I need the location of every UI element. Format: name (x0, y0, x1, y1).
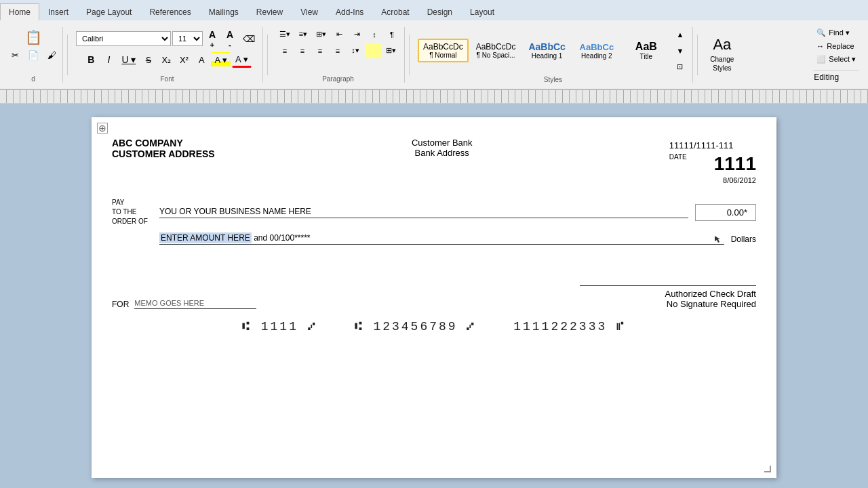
style-no-spacing-button[interactable]: AaBbCcDc ¶ No Spaci... (471, 39, 521, 62)
font-grow-button[interactable]: A+ (204, 27, 220, 51)
select-label: Select ▾ (829, 55, 856, 64)
show-formatting-button[interactable]: ¶ (384, 27, 400, 42)
select-button[interactable]: ⬜ Select ▾ (814, 54, 859, 65)
tab-review[interactable]: Review (248, 3, 292, 20)
text-effects-button[interactable]: A (193, 52, 210, 67)
styles-group-label: Styles (544, 75, 562, 83)
style-h2-preview: AaBbCc (578, 42, 615, 52)
change-styles-icon: Aa (713, 36, 731, 54)
tab-insert[interactable]: Insert (39, 3, 77, 20)
paragraph-group-label: Paragraph (322, 74, 354, 83)
bullet-list-button[interactable]: ☰▾ (276, 27, 294, 42)
font-name-selector[interactable]: Calibri (76, 31, 171, 46)
tab-references[interactable]: References (140, 3, 199, 20)
styles-scroll-down[interactable]: ▼ (672, 43, 688, 58)
company-address: CUSTOMER ADDRESS (112, 148, 215, 159)
find-label: Find ▾ (829, 28, 849, 37)
format-painter-button[interactable]: 🖌 (43, 48, 60, 63)
find-button[interactable]: 🔍 Find ▾ (814, 27, 859, 39)
align-left-button[interactable]: ≡ (277, 43, 293, 58)
micr-account: 1111222333 ⑈ (513, 320, 626, 333)
routing-number: 11111/1111-111 (669, 140, 756, 150)
decrease-indent-button[interactable]: ⇤ (331, 27, 347, 42)
style-heading2-button[interactable]: AaBbCc Heading 2 (573, 39, 620, 63)
font-size-selector[interactable]: 11 (172, 31, 203, 46)
style-normal-preview: AaBbCcDc (423, 42, 463, 52)
style-normal-button[interactable]: AaBbCcDc ¶ Normal (418, 39, 469, 62)
shading-button[interactable] (365, 43, 381, 58)
paste-button[interactable]: 📋 (22, 27, 45, 47)
font-group-label: Font (160, 74, 174, 83)
style-title-preview: AaB (628, 41, 665, 53)
micr-routing: ⑆ 123456789 ⑇ (355, 320, 477, 333)
cut-button[interactable]: ✂ (7, 48, 23, 63)
tab-home[interactable]: Home (0, 3, 39, 20)
move-handle[interactable]: ⊕ (97, 123, 108, 134)
payee-line[interactable]: YOU OR YOUR BUSINESS NAME HERE (159, 207, 688, 218)
align-center-button[interactable]: ≡ (294, 43, 311, 58)
superscript-button[interactable]: X² (176, 52, 192, 67)
italic-button[interactable]: I (100, 52, 117, 67)
check-document[interactable]: ⊕ ABC COMPANY CUSTOMER ADDRESS Customer … (92, 117, 776, 478)
for-label: FOR (112, 300, 129, 309)
cursor-icon (713, 235, 722, 243)
memo-line[interactable]: MEMO GOES HERE (134, 299, 256, 309)
line-spacing-button[interactable]: ↕▾ (347, 43, 363, 58)
border-button[interactable]: ⊞▾ (382, 43, 399, 58)
document-area: ⊕ ABC COMPANY CUSTOMER ADDRESS Customer … (0, 104, 868, 488)
replace-icon: ↔ (816, 42, 824, 50)
change-styles-button[interactable]: Aa Change Styles (705, 34, 740, 75)
tab-addins[interactable]: Add-Ins (327, 3, 372, 20)
tab-design[interactable]: Design (418, 3, 461, 20)
text-highlight-button[interactable]: A ▾ (211, 52, 231, 67)
tab-layout[interactable]: Layout (461, 3, 503, 20)
editing-label: Editing (814, 70, 859, 82)
clipboard-label: d (31, 74, 35, 83)
increase-indent-button[interactable]: ⇥ (349, 27, 365, 42)
bank-info: Customer Bank Bank Address (412, 138, 473, 158)
date-value: 8/06/2012 (669, 176, 756, 184)
style-title-button[interactable]: AaB Title (623, 37, 670, 64)
number-list-button[interactable]: ≡▾ (295, 27, 311, 42)
subscript-button[interactable]: X₂ (158, 52, 174, 67)
bank-name: Customer Bank (412, 138, 473, 148)
replace-button[interactable]: ↔ Replace (814, 41, 859, 52)
copy-button[interactable]: 📄 (24, 48, 42, 63)
tab-mailings[interactable]: Mailings (200, 3, 248, 20)
check-number: 1111 (714, 153, 756, 175)
amount-words-suffix: and 00/100***** (252, 233, 311, 243)
micr-line: ⑆ 1111 ⑇ ⑆ 123456789 ⑇ 1111222333 ⑈ (112, 320, 756, 333)
amount-words-highlighted[interactable]: ENTER AMOUNT HERE (159, 232, 252, 243)
strikethrough-button[interactable]: S̶ (140, 52, 157, 67)
tab-acrobat[interactable]: Acrobat (372, 3, 418, 20)
font-shrink-button[interactable]: A- (222, 27, 238, 51)
bold-button[interactable]: B (83, 52, 99, 67)
find-icon: 🔍 (816, 28, 826, 37)
styles-more-button[interactable]: ⊡ (672, 60, 688, 75)
tab-view[interactable]: View (292, 3, 327, 20)
underline-button[interactable]: U ▾ (118, 52, 139, 67)
bank-address: Bank Address (412, 148, 473, 158)
justify-button[interactable]: ≡ (330, 43, 346, 58)
tab-page-layout[interactable]: Page Layout (77, 3, 140, 20)
style-nospace-preview: AaBbCcDc (476, 42, 516, 52)
select-icon: ⬜ (816, 55, 826, 64)
sort-button[interactable]: ↕ (366, 27, 382, 42)
style-nospace-label: ¶ No Spaci... (476, 52, 516, 59)
date-label: DATE (669, 153, 687, 161)
font-color-button[interactable]: A ▾ (232, 52, 252, 68)
align-right-button[interactable]: ≡ (312, 43, 328, 58)
amount-box[interactable]: 0.00* (695, 204, 756, 221)
style-h1-preview: AaBbCc (528, 41, 565, 52)
style-normal-label: ¶ Normal (423, 52, 463, 59)
amount-words-line[interactable]: ENTER AMOUNT HERE and 00/100***** (159, 233, 724, 245)
replace-label: Replace (827, 42, 854, 50)
resize-handle[interactable] (764, 466, 771, 472)
company-name: ABC COMPANY (112, 138, 215, 148)
style-heading1-button[interactable]: AaBbCc Heading 1 (523, 38, 570, 63)
clear-formatting-button[interactable]: ⌫ (239, 31, 258, 46)
multilevel-list-button[interactable]: ⊞▾ (313, 27, 330, 42)
dollars-label: Dollars (731, 235, 756, 244)
styles-scroll-up[interactable]: ▲ (672, 27, 688, 42)
micr-check-number: ⑆ 1111 ⑇ (242, 320, 317, 333)
